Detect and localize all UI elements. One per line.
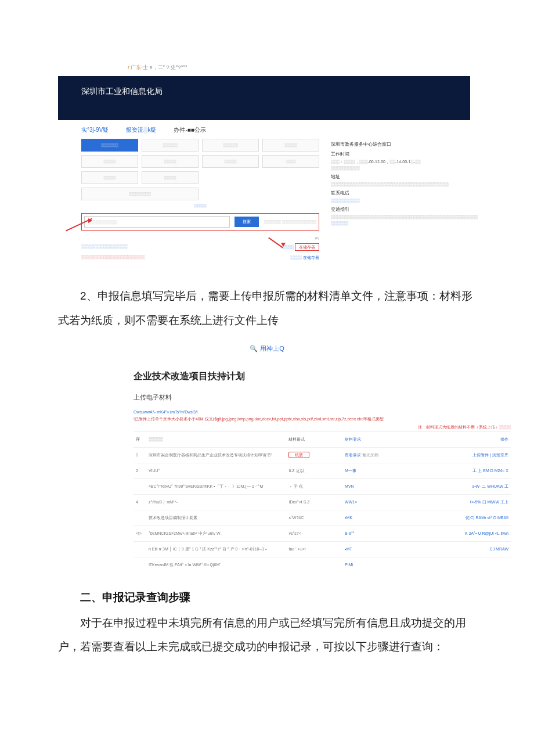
cell-op[interactable] [406, 557, 511, 573]
table-row: 技术改造项目编制报计要素 s°W?4C •MK 优'C) RAM• st* O … [134, 510, 511, 525]
breadcrumb-fragment: r 广东·士 e，二° ?.史°?°°° [128, 64, 476, 71]
filter-btn[interactable]: ░░░░░ [142, 155, 199, 168]
filter-btn-active[interactable]: ░░░░░░░ [81, 139, 138, 152]
crumb-rest: 士 e，二° ?.史°?°°° [143, 64, 187, 70]
filter-btn[interactable]: ░░░░░ [262, 139, 319, 152]
cell-op[interactable]: K 2A°• U R@jUi <L lllwn [406, 525, 511, 541]
result-link-1[interactable]: ░░░░░░░░░░░░░░░░ [81, 244, 127, 250]
th-op: 操作 [406, 431, 511, 447]
cell-op[interactable]: 优'C) RAM• st* O MBA!I [406, 510, 511, 525]
cell-op[interactable]: s•W- 二 WHUAW 工 [406, 478, 511, 494]
cell-name: n Efli rr 3M │ iC │ 9 里° 1 G ° 技 Kzz°°z°… [146, 541, 287, 557]
tab-1[interactable]: 实°3j-9V疑 [81, 126, 109, 134]
table-row: 4BC°\"%!HU° 7h99°'aVEKiSB/fKKK •「丁・」 》sJ… [134, 478, 511, 494]
filter-button-grid: ░░░░░░░ ░░░░░░ ░░░░░░ ░░░░░ ░░░░░ ░░░░░ … [81, 139, 319, 184]
cell-name: 深圳市实合制医疗器械和药品生产企业技术改造专项扶持计划申请书° [146, 447, 287, 463]
cell-name: VIUU° [146, 463, 287, 478]
info-transit-label: 交通指引 [331, 206, 447, 214]
tab-row: 实°3j-9V疑 报资流░k疑 办件-■■公示 [81, 126, 447, 134]
info-phone-label: 联系电话 [331, 190, 447, 197]
result-link-2[interactable]: ░░░░░░░░░░░░░░░░░░░░░░ [81, 255, 145, 261]
th-name: ░░░░░ [146, 431, 287, 447]
screenshot-upload-materials: 企业技术改造项目扶持计划 上传电子材料 OwcuwwA'\- mK4°>±mTs… [134, 370, 511, 573]
cell-form [286, 557, 342, 573]
cell-req[interactable]: MVN [342, 478, 406, 494]
site-banner: 深圳市工业和信息化局 [58, 76, 470, 120]
th-form: 材料形式 [286, 431, 342, 447]
cell-req[interactable]: •MK [342, 510, 406, 525]
search-hint-row: 用神上Q [58, 344, 476, 353]
info-hours-label: 工作时间 [331, 151, 447, 159]
cell-op[interactable]: CJ MRAW [406, 541, 511, 557]
req-link[interactable]: 查看要求 [345, 453, 361, 457]
cell-form: 6.Z 近以、 [286, 463, 342, 478]
cell-op[interactable]: 工 上 EM D M24< X [406, 463, 511, 478]
save-box-button[interactable]: 在储存器 [295, 243, 319, 251]
site-title: 深圳市工业和信息化局 [81, 87, 163, 96]
cell-req[interactable]: M一事 [342, 463, 406, 478]
cell-name: 技术改造项目编制报计要素 [146, 510, 287, 525]
filter-btn[interactable]: ░░░░ [262, 155, 319, 168]
cell-form: 纸质 [286, 447, 342, 463]
cell-name: z°/%uB │ mM'^- [146, 494, 287, 510]
filter-btn[interactable]: ░░░░░ [142, 171, 199, 184]
tab-2[interactable]: 报资流░k疑 [126, 126, 156, 134]
cell-form: ・ 于 化 [286, 478, 342, 494]
cell-name: 4BC°\"%!HU° 7h99°'aVEKiSB/fKKK •「丁・」 》sJ… [146, 478, 287, 494]
cell-op[interactable]: t<-5% 口 MlWW 工上 [406, 494, 511, 510]
cell-name: ITKeswslM 性 FAtt° « la WlW° Kl• Qj6M' [146, 557, 287, 573]
filter-btn-long[interactable]: ░░░░░░░░░ [81, 188, 199, 200]
action-links-2[interactable]: ░░░░ 在储存器 [290, 255, 319, 261]
form-pill-paper: 纸质 [288, 452, 309, 458]
filter-btn[interactable]: ░░░░░░ [142, 139, 199, 152]
filter-btn[interactable]: ░░░░░ [202, 155, 259, 168]
materials-table: 序 ░░░░░ 材料形式 材料要求 操作 1 深圳市实合制医疗器械和药品生产企业… [134, 431, 511, 573]
info-phone: ░░░░░░░░░░ [331, 197, 447, 204]
info-address: ░░░░░░░░░░░░░░░░░░░░░░░░░░░░░░░░░░░░░░░░… [331, 181, 447, 188]
cell-form: vs°s?< [286, 525, 342, 541]
cell-idx [134, 478, 146, 494]
table-row: 1 深圳市实合制医疗器械和药品生产企业技术改造专项扶持计划申请书° 纸质 查看要… [134, 447, 511, 463]
filter-btn[interactable]: ░░░░░░ [202, 139, 259, 152]
cell-req[interactable]: PIMi [342, 557, 406, 573]
info-title: 深圳市政务服务中心综合窗口 [331, 141, 447, 149]
screenshot-declaration-portal: 深圳市工业和信息化局 实°3j-9V疑 报资流░k疑 办件-■■公示 ░░░░░… [58, 76, 470, 267]
cell-idx: 4 [134, 494, 146, 510]
info-more-link[interactable]: ░░░░░░ [331, 220, 447, 226]
upload-subtitle: 上传电子材料 [134, 393, 511, 402]
plan-title: 企业技术改造项目扶持计划 [134, 370, 511, 383]
info-sidebar: 深圳市政务服务中心综合窗口 工作时间 ░░░：░░░░，░░░-00-12-00… [331, 139, 447, 261]
upload-link[interactable]: 上传附件 | 浏览空库 [472, 453, 508, 457]
table-row: <f> °0eMNCKsSFzMw»,lilnatl« 中户 urnv W、 v… [134, 525, 511, 541]
cell-req[interactable]: •MT [342, 541, 406, 557]
cell-op: 上传附件 | 浏览空库 [406, 447, 511, 463]
info-transit: ░░░░░░░░░░░░░░░░░░░░░░░░░░░░░░░░░░░░░░░░… [331, 214, 447, 220]
th-idx: 序 [134, 431, 146, 447]
search-button[interactable]: 搜索 [234, 217, 259, 227]
mid-link[interactable]: ░░░░░ [81, 204, 319, 207]
cell-req[interactable]: B-9°° [342, 525, 406, 541]
cell-form: IDex°<t S.Z [286, 494, 342, 510]
search-icon [250, 345, 260, 352]
cell-form: s°W?4C [286, 510, 342, 525]
cell-req[interactable]: WW1> [342, 494, 406, 510]
upload-meta2: !已附件上传单个文件大小要求小于40M,仅支持gif,jpg,jpeg,bmp,… [134, 416, 511, 422]
annotation-arrow-2 [267, 237, 284, 247]
crumb-prefix: r 广东· [128, 64, 143, 70]
cell-idx: 1 [134, 447, 146, 463]
section-2-heading: 二、申报记录查询步骤 [58, 590, 476, 605]
checkbox-label[interactable]: ░░░░░░░ ░░░░░░░░░░░░░░ [264, 220, 316, 224]
cell-idx [134, 557, 146, 573]
search-row: ░░░░░░░░░░ 搜索 ░░░░░░░ ░░░░░░░░░░░░░░ [81, 213, 319, 231]
tab-3[interactable]: 办件-■■公示 [174, 126, 205, 134]
filter-btn[interactable]: ░░░░░ [81, 171, 138, 184]
table-row: ITKeswslM 性 FAtt° « la WlW° Kl• Qj6M' PI… [134, 557, 511, 573]
filter-btn[interactable]: ░░░░░ [81, 155, 138, 168]
section-2-paragraph: 对于在申报过程中未填完所有信息的用户或已经填写完所有信息且成功提交的用户，若需要… [58, 611, 476, 660]
cell-idx [134, 541, 146, 557]
search-input[interactable]: ░░░░░░░░░░ [84, 216, 230, 228]
info-address-label: 地址 [331, 174, 447, 181]
table-row: 4 z°/%uB │ mM'^- IDex°<t S.Z WW1> t<-5% … [134, 494, 511, 510]
cell-form: tao ' >±<t [286, 541, 342, 557]
search-hint-text: 用神上Q [260, 345, 284, 352]
